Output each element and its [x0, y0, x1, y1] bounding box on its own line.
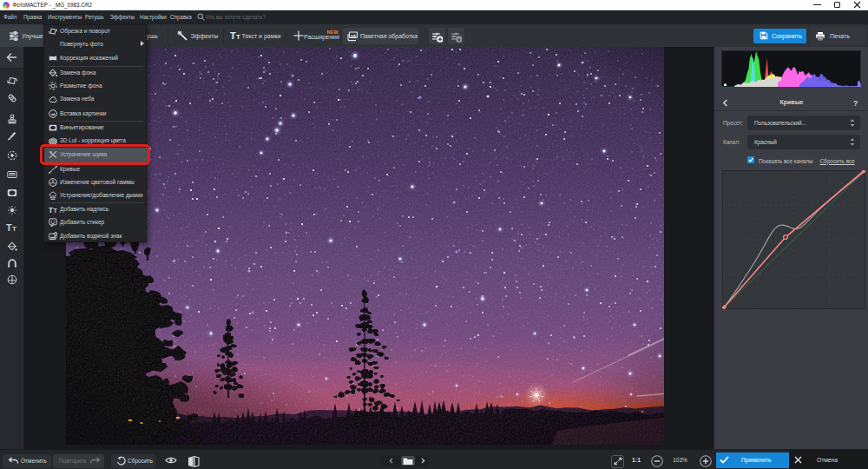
svg-text:T: T: [53, 208, 57, 214]
svg-text:T: T: [12, 225, 16, 233]
svg-text:T: T: [6, 222, 12, 233]
svg-text:T: T: [230, 30, 236, 41]
svg-text:T: T: [236, 33, 240, 41]
